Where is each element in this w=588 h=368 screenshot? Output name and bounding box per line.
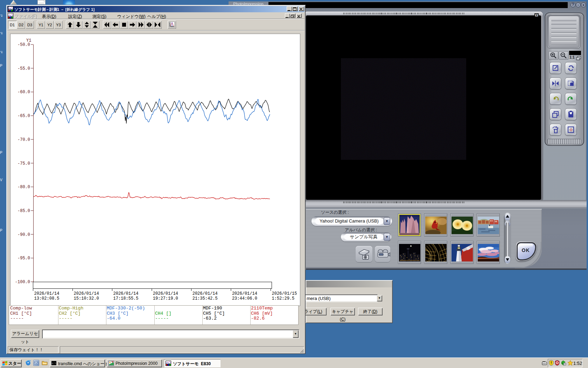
svg-text:-75.0: -75.0 xyxy=(18,161,30,166)
svg-text:2026/01/14: 2026/01/14 xyxy=(232,291,257,296)
svg-text:-85.0: -85.0 xyxy=(18,209,30,213)
svg-text:13:02:08.5: 13:02:08.5 xyxy=(34,296,59,301)
svg-text:15:10:32.0: 15:10:32.0 xyxy=(74,296,99,301)
svg-text:17:18:55.5: 17:18:55.5 xyxy=(113,296,139,301)
svg-text:-55.0: -55.0 xyxy=(18,66,30,71)
svg-text:-100.0: -100.0 xyxy=(15,280,30,285)
svg-text:21:35:42.5: 21:35:42.5 xyxy=(192,296,218,301)
svg-text:1:52:29.5: 1:52:29.5 xyxy=(272,296,295,301)
svg-text:-50.0: -50.0 xyxy=(18,42,30,47)
svg-text:-60.0: -60.0 xyxy=(18,90,30,95)
svg-text:23:44:06.0: 23:44:06.0 xyxy=(232,296,257,301)
svg-text:2026/01/15: 2026/01/15 xyxy=(272,291,297,296)
svg-text:-70.0: -70.0 xyxy=(18,137,30,142)
svg-text:-80.0: -80.0 xyxy=(18,185,30,190)
svg-text:2026/01/14: 2026/01/14 xyxy=(34,291,59,296)
svg-text:-95.0: -95.0 xyxy=(18,256,30,261)
svg-text:19:27:19.0: 19:27:19.0 xyxy=(153,296,178,301)
svg-text:-65.0: -65.0 xyxy=(18,114,30,118)
svg-text:2026/01/14: 2026/01/14 xyxy=(74,291,99,296)
svg-text:2026/01/14: 2026/01/14 xyxy=(192,291,218,296)
svg-text:!: ! xyxy=(551,361,552,365)
svg-text:-90.0: -90.0 xyxy=(18,232,30,237)
svg-text:c:\: c:\ xyxy=(52,362,56,365)
svg-text:2026/01/14: 2026/01/14 xyxy=(153,291,178,296)
svg-text:2026/01/14: 2026/01/14 xyxy=(113,291,139,296)
